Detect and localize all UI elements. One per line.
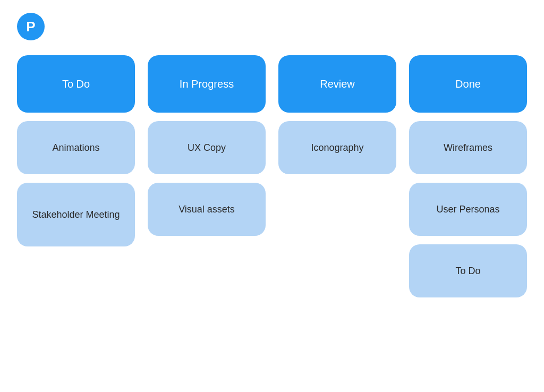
column-header-done[interactable]: Done [409,55,527,113]
column-review: ReviewIconography [278,55,396,297]
column-header-todo[interactable]: To Do [17,55,135,113]
column-header-in-progress[interactable]: In Progress [148,55,266,113]
column-done: DoneWireframesUser PersonasTo Do [409,55,527,297]
card-to-do[interactable]: To Do [409,244,527,297]
card-animations[interactable]: Animations [17,121,135,174]
column-in-progress: In ProgressUX CopyVisual assets [148,55,266,297]
kanban-board: To DoAnimationsStakeholder MeetingIn Pro… [17,55,527,297]
card-stakeholder-meeting[interactable]: Stakeholder Meeting [17,183,135,246]
column-todo: To DoAnimationsStakeholder Meeting [17,55,135,297]
card-visual-assets[interactable]: Visual assets [148,183,266,236]
card-ux-copy[interactable]: UX Copy [148,121,266,174]
app-logo: P [17,13,45,40]
card-iconography[interactable]: Iconography [278,121,396,174]
column-header-review[interactable]: Review [278,55,396,113]
card-user-personas[interactable]: User Personas [409,183,527,236]
logo-letter: P [26,19,35,35]
card-wireframes[interactable]: Wireframes [409,121,527,174]
logo-area: P [17,13,527,40]
page: P To DoAnimationsStakeholder MeetingIn P… [0,0,544,310]
